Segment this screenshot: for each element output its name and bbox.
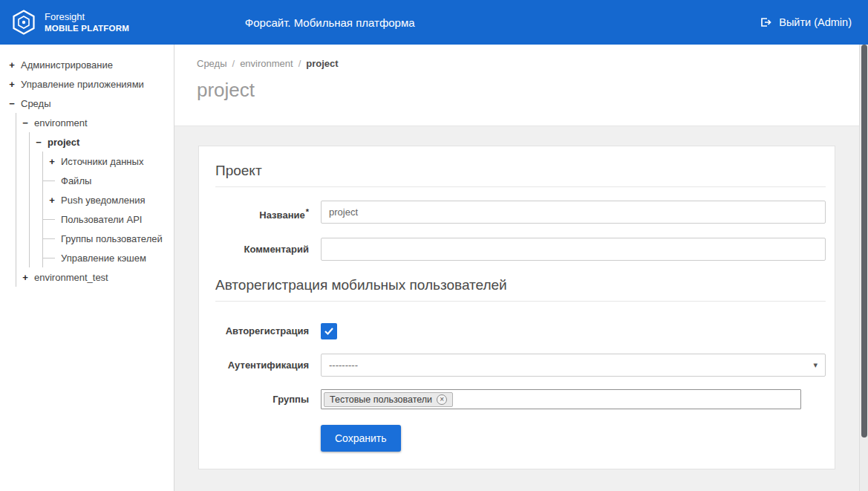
tree-guide xyxy=(6,152,19,171)
tree-guide xyxy=(33,152,46,171)
sidebar-item-environments[interactable]: − Среды xyxy=(0,94,174,113)
group-tag-label: Тестовые пользователи xyxy=(330,394,432,405)
autoregistration-label: Авторегистрация xyxy=(215,319,309,342)
tree-guide xyxy=(6,132,19,152)
breadcrumb-environment[interactable]: environment xyxy=(240,58,293,69)
logout-button[interactable]: Выйти (Admin) xyxy=(759,16,852,29)
page-title: project xyxy=(197,79,868,102)
comment-label: Комментарий xyxy=(215,238,309,261)
sidebar-item-administration[interactable]: + Администрирование xyxy=(0,55,174,74)
tree-guide xyxy=(6,229,19,248)
breadcrumb-separator: / xyxy=(298,58,301,69)
sidebar-item-api-users[interactable]: Пользователи API xyxy=(0,209,174,229)
name-label-text: Название xyxy=(259,209,304,221)
breadcrumb-project[interactable]: project xyxy=(306,58,338,69)
tree-branch xyxy=(46,229,58,248)
required-marker: * xyxy=(306,207,309,216)
comment-input[interactable] xyxy=(321,238,826,261)
authentication-label: Аутентификация xyxy=(215,354,309,377)
form-row-authentication: Аутентификация --------- ▾ xyxy=(215,354,826,377)
expand-icon[interactable]: + xyxy=(19,272,31,283)
tree-label: Источники данных xyxy=(58,156,143,167)
tree-label: environment xyxy=(31,117,88,129)
tree-guide xyxy=(6,248,19,267)
tree-label: Среды xyxy=(18,98,51,109)
app-title: Форсайт. Мобильная платформа xyxy=(245,16,415,29)
scrollbar-thumb[interactable] xyxy=(861,45,867,438)
form-row-groups: Группы Тестовые пользователи × xyxy=(215,388,826,411)
project-form-card: Проект Название* Комментарий Авторегистр… xyxy=(198,146,835,469)
tree-branch xyxy=(46,171,58,190)
sidebar-item-environment[interactable]: − environment xyxy=(0,113,174,132)
tree-guide xyxy=(19,209,33,229)
save-button[interactable]: Сохранить xyxy=(321,425,401,452)
group-tag: Тестовые пользователи × xyxy=(324,392,453,407)
tree-guide xyxy=(19,248,33,267)
sidebar-item-push-notifications[interactable]: + Push уведомления xyxy=(0,190,174,209)
name-input[interactable] xyxy=(321,201,826,224)
tree-guide xyxy=(19,132,33,152)
tree-guide xyxy=(6,209,19,229)
expand-icon[interactable]: + xyxy=(6,79,18,90)
section-title-autoregistration: Авторегистрация мобильных пользователей xyxy=(215,277,826,302)
tree-label: environment_test xyxy=(31,272,108,283)
logo-text: Foresight MOBILE PLATFORM xyxy=(45,11,129,34)
sidebar-item-project[interactable]: − project xyxy=(0,132,174,152)
remove-tag-icon[interactable]: × xyxy=(437,394,447,405)
sidebar-item-cache-management[interactable]: Управление кэшем xyxy=(0,248,174,267)
logo-brand: Foresight xyxy=(45,11,129,23)
sidebar-item-environment-test[interactable]: + environment_test xyxy=(0,267,174,287)
tree-guide xyxy=(19,229,33,248)
check-icon xyxy=(324,327,334,336)
auth-select[interactable]: --------- ▾ xyxy=(321,354,826,377)
tree-guide xyxy=(6,113,19,132)
page-header: Среды / environment / project project xyxy=(174,45,868,126)
expand-icon[interactable]: + xyxy=(46,195,58,206)
breadcrumb: Среды / environment / project xyxy=(197,58,868,69)
logout-label: Выйти (Admin) xyxy=(779,16,852,28)
expand-icon[interactable]: + xyxy=(6,59,18,71)
form-row-comment: Комментарий xyxy=(215,238,826,261)
collapse-icon[interactable]: − xyxy=(19,117,31,129)
section-title-project: Проект xyxy=(215,163,826,187)
groups-label: Группы xyxy=(215,388,309,411)
app-logo[interactable]: Foresight MOBILE PLATFORM xyxy=(10,9,129,36)
foresight-logo-icon xyxy=(10,9,37,36)
tree-guide xyxy=(6,190,19,209)
tree-label: Файлы xyxy=(58,175,91,186)
tree-guide xyxy=(6,171,19,190)
sidebar-item-user-groups[interactable]: Группы пользователей xyxy=(0,229,174,248)
expand-icon[interactable]: + xyxy=(46,156,58,167)
tree-label: Push уведомления xyxy=(58,195,146,206)
tree-guide xyxy=(6,267,19,287)
collapse-icon[interactable]: − xyxy=(33,137,45,148)
tree-guide xyxy=(19,190,33,209)
app-header: Foresight MOBILE PLATFORM Форсайт. Мобил… xyxy=(0,0,868,45)
tree-guide xyxy=(19,152,33,171)
collapse-icon[interactable]: − xyxy=(6,98,18,109)
auth-select-value: --------- xyxy=(329,360,358,371)
tree-guide xyxy=(19,171,33,190)
tree-label: Пользователи API xyxy=(58,214,142,225)
tree-guide xyxy=(33,190,46,209)
autoreg-checkbox[interactable] xyxy=(321,323,337,339)
groups-input[interactable]: Тестовые пользователи × xyxy=(321,389,801,409)
tree-branch xyxy=(46,209,58,229)
form-row-autoregistration: Авторегистрация xyxy=(215,319,826,342)
chevron-down-icon: ▾ xyxy=(813,361,818,369)
tree-label: Управление кэшем xyxy=(58,253,146,264)
content-area: Проект Название* Комментарий Авторегистр… xyxy=(174,126,868,469)
sidebar-item-files[interactable]: Файлы xyxy=(0,171,174,190)
sidebar-item-app-management[interactable]: + Управление приложениями xyxy=(0,74,174,94)
sidebar-tree: + Администрирование + Управление приложе… xyxy=(0,45,174,491)
scrollbar[interactable] xyxy=(859,45,868,491)
breadcrumb-separator: / xyxy=(232,58,235,69)
name-label: Название* xyxy=(215,201,309,227)
sidebar-item-data-sources[interactable]: + Источники данных xyxy=(0,152,174,171)
main-layout: + Администрирование + Управление приложе… xyxy=(0,45,868,491)
tree-label: project xyxy=(45,137,79,148)
logo-product: MOBILE PLATFORM xyxy=(45,23,129,33)
tree-branch xyxy=(46,248,58,267)
tree-label: Управление приложениями xyxy=(18,79,144,90)
breadcrumb-environments[interactable]: Среды xyxy=(197,58,227,69)
